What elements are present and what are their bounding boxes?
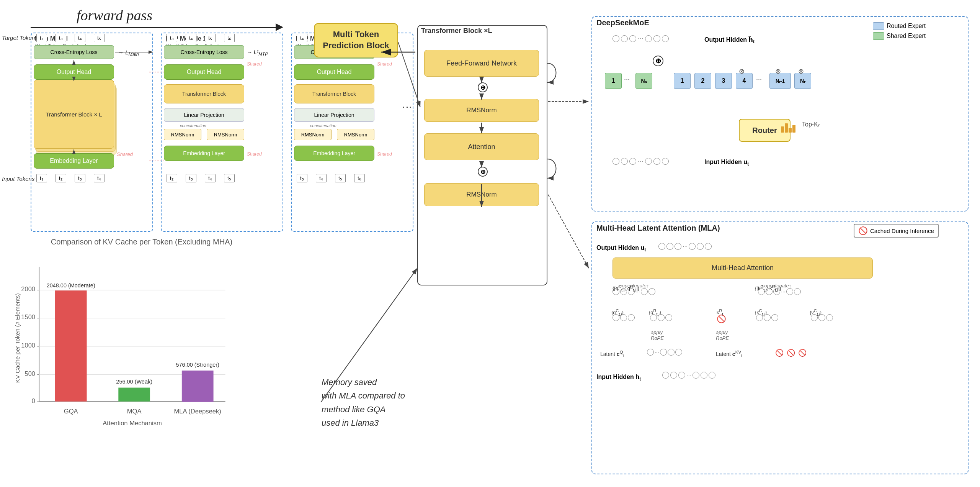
dots-between: ··· [402, 100, 412, 114]
svg-text:500: 500 [24, 370, 35, 377]
input-token-t5-mtp1: t₅ [224, 174, 235, 182]
chart-title: Comparison of KV Cache per Token (Exclud… [11, 238, 272, 246]
node5 [653, 35, 660, 42]
legend-shared: Shared Expert [873, 32, 926, 40]
output-head-mtp2: Output Head [294, 64, 374, 80]
shared-label-mtp1-bot: Shared [247, 151, 262, 157]
embedding-main: Embedding Layer [34, 153, 114, 169]
inode5 [653, 158, 660, 165]
dots-routed: ··· [756, 75, 762, 83]
qr-nodes [650, 314, 672, 321]
forward-arrow [31, 25, 291, 30]
target-token-t4-mtp2: t₄ [297, 34, 307, 42]
target-tokens-label: Target Tokens [2, 34, 38, 41]
deepseek-moe-title: DeepSeekMoE [596, 18, 649, 27]
target-token-t2-main: t₂ [36, 34, 47, 42]
rmsnorm2-mtp1: RMSNorm [207, 129, 244, 140]
latent-ckv-no-cache3: 🚫 [798, 349, 807, 357]
svg-text:0: 0 [32, 397, 35, 405]
latent-ckv-label: Latent cKVt [716, 349, 742, 358]
ffn-block: Feed-Forward Network [424, 50, 539, 77]
input-tokens-label: Input Tokens [2, 175, 34, 182]
inode2 [621, 158, 628, 165]
k-combined-label: {[kCt,i; kRt,i]} [755, 284, 781, 292]
inode4 [645, 158, 652, 165]
output-hidden-label-moe: Output Hidden h̃t [704, 36, 755, 44]
input-token-t3-mtp2: t₃ [297, 174, 307, 182]
svg-line-41 [548, 195, 589, 268]
cached-label: Cached During Inference [870, 228, 934, 234]
input-token-t3-mtp1: t₃ [186, 174, 196, 182]
svg-text:KV Cache per Token (# Elements: KV Cache per Token (# Elements) [14, 293, 21, 383]
target-token-t5-main: t₅ [94, 34, 105, 42]
kc-nodes [756, 314, 778, 321]
apply-rope-k: applyRoPE [716, 330, 729, 341]
qc-nodes [612, 314, 635, 321]
latent-cq-label: Latent cQt [600, 349, 624, 358]
kr-no-cache: 🚫 [717, 314, 726, 323]
target-token-t5-mtp1: t₅ [205, 34, 216, 42]
mult-4: ⊗ [739, 67, 745, 75]
q-combined-label: {[qCt,i; qRt,i]} [612, 284, 639, 292]
transformer-mtp1: Transformer Block [164, 84, 244, 103]
legend-routed-box [873, 22, 884, 30]
shared-label-mtp2-bot: Shared [377, 151, 392, 157]
svg-text:256.00 (Weak): 256.00 (Weak) [116, 379, 152, 385]
cross-entropy-main: Cross-Entropy Loss [34, 45, 114, 59]
legend-routed: Routed Expert [873, 22, 926, 30]
output-hidden-nodes-mla: ··· [658, 243, 712, 250]
input-token-t1-main: t₁ [36, 174, 47, 182]
svg-text:MLA (Deepseek): MLA (Deepseek) [174, 408, 221, 415]
linear-proj-mtp2: Linear Projection [294, 108, 374, 122]
inode6 [662, 158, 669, 165]
input-token-t3-main: t₃ [75, 174, 85, 182]
svg-rect-23 [182, 371, 214, 402]
legend-shared-label: Shared Expert [887, 33, 926, 39]
cross-entropy-mtp1: Cross-Entropy Loss [164, 45, 244, 59]
input-token-t5-mtp2: t₅ [335, 174, 346, 182]
routed-expert-1: 1 [674, 73, 691, 89]
svg-rect-20 [118, 388, 150, 402]
mult-nr1: ⊗ [775, 67, 781, 75]
dots-shared: ··· [624, 75, 630, 83]
routed-expert-3: 3 [715, 73, 732, 89]
input-token-t4-main: t₄ [94, 174, 105, 182]
vc-nodes [811, 314, 833, 321]
target-token-t6-mtp1: t₆ [224, 34, 235, 42]
node6 [662, 35, 669, 42]
plus-circle-bot: ⊕ [478, 167, 488, 177]
linear-proj-mtp1: Linear Projection [164, 108, 244, 122]
input-token-t2-mtp1: t₂ [167, 174, 177, 182]
multi-head-attention: Multi-Head Attention [612, 257, 873, 279]
node4 [645, 35, 652, 42]
svg-text:1000: 1000 [21, 342, 35, 349]
loss-label-main: → LMain [118, 49, 139, 57]
inode3 [629, 158, 636, 165]
input-hidden-nodes-moe: ··· [612, 157, 669, 165]
svg-text:576.00 (Stronger): 576.00 (Stronger) [176, 362, 219, 368]
output-head-main: Output Head [34, 64, 114, 80]
plus-circle-top: ⊕ [478, 82, 488, 92]
routed-expert-2: 2 [694, 73, 711, 89]
mtp-block-main: Multi Token Prediction Block [314, 23, 398, 57]
rmsnorm2-mtp2: RMSNorm [337, 129, 374, 140]
input-token-t4-mtp2: t₄ [316, 174, 327, 182]
mla-title: Multi-Head Latent Attention (MLA) [596, 224, 720, 233]
output-hidden-nodes: ··· [612, 34, 669, 43]
output-head-mtp1: Output Head [164, 64, 244, 80]
embedding-mtp1: Embedding Layer [164, 146, 244, 161]
chart-svg: 0 500 1000 1500 2000 KV Cache per Token … [11, 254, 241, 438]
transformer-mtp2: Transformer Block [294, 84, 374, 103]
attention-block: Attention [424, 133, 539, 160]
input-hidden-nodes-mla: ··· [662, 372, 715, 379]
output-hidden-label-mla: Output Hidden ut [596, 244, 646, 253]
latent-ckv-no-cache1: 🚫 [775, 349, 784, 357]
node1 [612, 35, 619, 42]
rmsnorm1-mtp2: RMSNorm [294, 129, 332, 140]
loss-label-mtp1: → L¹MTP [247, 49, 268, 56]
target-token-t3-main: t₃ [56, 34, 66, 42]
svg-text:MQA: MQA [127, 408, 142, 415]
plus-moe: ⊕ [653, 56, 663, 66]
transformer-xl-label: Transformer Block ×L [421, 27, 492, 35]
svg-rect-17 [55, 290, 87, 402]
